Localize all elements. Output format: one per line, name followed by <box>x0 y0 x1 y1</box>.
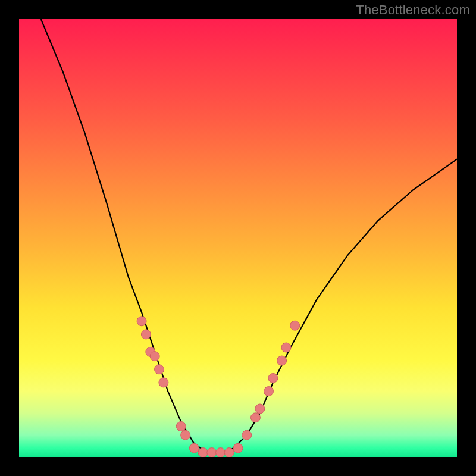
data-point <box>268 374 278 383</box>
data-point <box>264 387 274 396</box>
data-point <box>207 448 217 457</box>
watermark-text: TheBottleneck.com <box>356 2 470 18</box>
data-point <box>233 443 243 453</box>
data-point <box>189 443 199 453</box>
chart-frame: TheBottleneck.com <box>0 0 476 476</box>
data-point <box>155 365 164 374</box>
data-point <box>242 430 252 440</box>
data-point <box>181 430 190 440</box>
data-points <box>137 317 300 457</box>
data-point <box>150 352 159 361</box>
data-point <box>290 321 300 330</box>
data-point <box>176 422 186 431</box>
plot-area <box>19 19 457 457</box>
data-point <box>216 448 226 457</box>
data-point <box>277 356 287 365</box>
data-point <box>141 330 151 339</box>
data-point <box>255 404 265 414</box>
data-point <box>224 448 234 457</box>
data-point <box>198 448 208 457</box>
bottleneck-curve <box>41 19 457 453</box>
data-point <box>159 378 168 387</box>
chart-svg <box>19 19 457 457</box>
data-point <box>250 413 260 422</box>
data-point <box>137 317 146 326</box>
data-point <box>281 343 291 352</box>
